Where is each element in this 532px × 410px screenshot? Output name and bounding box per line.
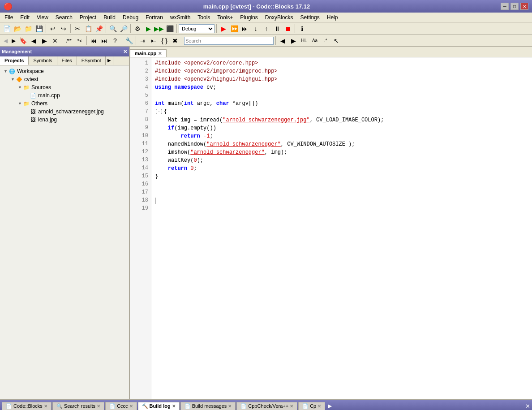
- jump-back-button[interactable]: ⏮: [89, 36, 99, 46]
- panel-tab-files[interactable]: Files: [57, 56, 77, 65]
- menu-item-project[interactable]: Project: [76, 13, 100, 22]
- close-tab-button[interactable]: ✖: [170, 36, 180, 46]
- unindent-button[interactable]: ⇤: [149, 36, 159, 46]
- bottom-tab-close[interactable]: ✕: [97, 404, 100, 409]
- menu-item-file[interactable]: File: [1, 13, 17, 22]
- panel-tab-symbols[interactable]: Symbols: [29, 56, 57, 65]
- menu-item-doxyblocks[interactable]: DoxyBlocks: [262, 13, 297, 22]
- new-button[interactable]: 📄: [2, 24, 12, 34]
- menu-item-debug[interactable]: Debug: [119, 13, 142, 22]
- menu-item-tools+[interactable]: Tools+: [214, 13, 236, 22]
- code-content[interactable]: #include <opencv2/core/core.hpp> #includ…: [151, 57, 532, 399]
- save-button[interactable]: 💾: [34, 24, 44, 34]
- menu-item-settings[interactable]: Settings: [296, 13, 323, 22]
- bottom-tab-build-messages[interactable]: 📄Build messages✕: [180, 402, 236, 410]
- menu-item-search[interactable]: Search: [52, 13, 76, 22]
- undo-button[interactable]: ↩: [48, 24, 58, 34]
- panel-tab-scroll-right[interactable]: ▶: [106, 56, 113, 65]
- bottom-tab-close[interactable]: ✕: [317, 404, 321, 409]
- tree-item-others-folder[interactable]: ▼📁Others: [0, 99, 129, 108]
- debug-next[interactable]: ⏭: [240, 24, 250, 34]
- find-replace-button[interactable]: 🔎: [119, 24, 129, 34]
- doc-button[interactable]: *<: [75, 36, 85, 46]
- tree-item-cvtest-project[interactable]: ▼🔶cvtest: [0, 75, 129, 83]
- regex-button[interactable]: .*: [321, 36, 330, 46]
- minimize-button[interactable]: ─: [501, 3, 509, 10]
- info-button[interactable]: ℹ: [297, 24, 307, 34]
- panel-tab-projects[interactable]: Projects: [0, 56, 29, 65]
- tree-item-lena-jpg-file[interactable]: 🖼lena.jpg: [0, 116, 129, 124]
- debug-stop[interactable]: ⏹: [283, 24, 293, 34]
- build-run-button[interactable]: ▶▶: [154, 24, 164, 34]
- nav-forward-button[interactable]: ▶: [10, 37, 17, 44]
- editor-tab-main[interactable]: main.cpp ✕: [130, 49, 167, 57]
- bottom-tab-codeblocks[interactable]: 📄Code::Blocks✕: [2, 402, 51, 410]
- debug-out[interactable]: ↑: [262, 24, 271, 34]
- code-editor[interactable]: 12345678910111213141516171819 #include <…: [130, 57, 532, 399]
- redo-button[interactable]: ↪: [59, 24, 69, 34]
- open-button[interactable]: 📂: [13, 24, 22, 34]
- bookmark-button[interactable]: 🔖: [18, 36, 28, 46]
- stop-button[interactable]: ⬛: [165, 24, 175, 34]
- bottom-tab-cccc[interactable]: 📄Cccc✕: [105, 402, 137, 410]
- bottom-tab-build-log[interactable]: 🔨Build log✕: [138, 402, 180, 410]
- comment-button[interactable]: /**: [64, 36, 74, 46]
- menu-item-tools[interactable]: Tools: [194, 13, 214, 22]
- copy-button[interactable]: 📋: [83, 24, 93, 34]
- bottom-tab-close[interactable]: ✕: [228, 404, 232, 409]
- bottom-tab-close[interactable]: ✕: [290, 404, 293, 409]
- search-input[interactable]: [184, 37, 274, 45]
- debug-pause[interactable]: ⏸: [272, 24, 282, 34]
- menu-item-help[interactable]: Help: [323, 13, 342, 22]
- bottom-tab-close[interactable]: ✕: [172, 404, 176, 409]
- menu-item-fortran[interactable]: Fortran: [142, 13, 167, 22]
- bottom-tab-close[interactable]: ✕: [44, 404, 47, 409]
- match-brace-button[interactable]: { }: [159, 36, 169, 46]
- menu-item-plugins[interactable]: Plugins: [236, 13, 261, 22]
- bottom-tab-cp[interactable]: 📄Cp✕: [298, 402, 325, 410]
- run-button[interactable]: ▶: [143, 24, 153, 34]
- prev-bookmark-button[interactable]: ◀: [29, 36, 39, 46]
- paste-button[interactable]: 📌: [94, 24, 104, 34]
- debug-button[interactable]: ▶: [219, 24, 228, 34]
- menu-item-wxsmith[interactable]: wxSmith: [167, 13, 194, 22]
- match-case-button[interactable]: Aa: [310, 36, 320, 46]
- tree-item-workspace[interactable]: ▼🌐Workspace: [0, 67, 129, 75]
- highlight-button[interactable]: HL: [299, 36, 309, 46]
- next-bookmark-button[interactable]: ▶: [39, 36, 49, 46]
- bottom-tab-cppcheckvera[interactable]: 📄CppCheck/Vera++✕: [236, 402, 297, 410]
- editor-tab-close[interactable]: ✕: [158, 51, 162, 56]
- close-file-button[interactable]: 📁: [23, 24, 33, 34]
- sep9: [86, 36, 87, 45]
- panel-close-icon[interactable]: ✕: [123, 49, 127, 55]
- bottom-panel-close[interactable]: ✕: [525, 403, 530, 410]
- tree-item-sources-folder[interactable]: ▼📁Sources: [0, 83, 129, 91]
- jump-forward-button[interactable]: ⏭: [99, 36, 109, 46]
- find-button[interactable]: 🔍: [108, 24, 118, 34]
- tree-item-main-cpp-file[interactable]: 📄main.cpp: [0, 91, 129, 99]
- menu-item-build[interactable]: Build: [100, 13, 119, 22]
- clear-bookmarks-button[interactable]: ✕: [50, 36, 60, 46]
- maximize-button[interactable]: □: [511, 3, 519, 10]
- settings-button[interactable]: 🔧: [124, 36, 134, 46]
- bottom-tab-search-results[interactable]: 🔍Search results✕: [52, 402, 104, 410]
- debug-config-select[interactable]: Debug: [179, 24, 215, 33]
- line-num-6: 6: [130, 99, 151, 108]
- cut-button[interactable]: ✂: [73, 24, 82, 34]
- build-settings-button[interactable]: ⚙: [133, 24, 142, 34]
- tree-item-arnold-jpg-file[interactable]: 🖼arnold_schwarzenegger.jpg: [0, 108, 129, 116]
- debug-run-to[interactable]: ⏩: [229, 24, 239, 34]
- debug-step[interactable]: ↓: [251, 24, 261, 34]
- bottom-tab-close[interactable]: ✕: [129, 404, 133, 409]
- indent-button[interactable]: ⇥: [138, 36, 148, 46]
- help-button[interactable]: ?: [110, 36, 120, 46]
- prev-button[interactable]: ◀: [278, 36, 287, 46]
- close-button[interactable]: ✕: [520, 3, 528, 10]
- nav-back-button[interactable]: ◀: [2, 37, 9, 44]
- bottom-tabs-scroll-right[interactable]: ▶: [326, 403, 334, 409]
- menu-item-edit[interactable]: Edit: [17, 13, 33, 22]
- next-btn2[interactable]: ▶: [288, 36, 298, 46]
- menu-item-view[interactable]: View: [33, 13, 52, 22]
- panel-tab-fsymbol[interactable]: FSymbol: [77, 56, 106, 65]
- cursor-button[interactable]: ↖: [331, 36, 341, 46]
